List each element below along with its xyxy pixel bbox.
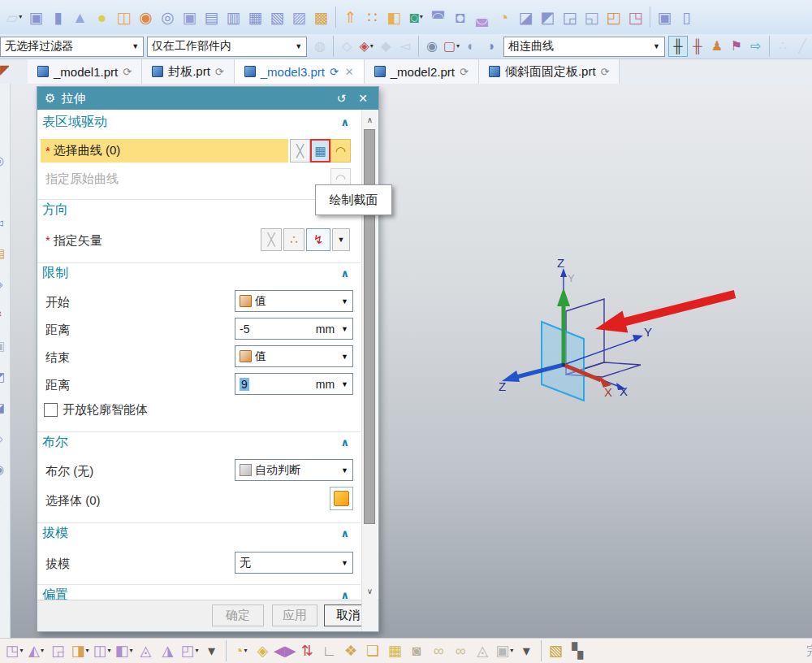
section-limits[interactable]: 限制 ∧ — [37, 262, 361, 284]
left-tool-7-icon[interactable]: ◈ — [0, 269, 10, 300]
snap-plus-icon[interactable]: ◈▾ — [356, 36, 376, 57]
snap-scatter-icon[interactable]: ∴ — [773, 36, 793, 57]
pattern-component-icon[interactable]: ▦ — [384, 639, 406, 662]
groove-icon[interactable]: ▧ — [266, 5, 288, 29]
draft-combo[interactable]: 无 ▼ — [235, 552, 353, 574]
tab-overflow-icon[interactable]: ◤ — [0, 62, 9, 81]
left-tool-12-icon[interactable]: ◇ — [0, 423, 10, 454]
chain-link1-icon[interactable]: ∞ — [428, 639, 450, 662]
left-tool-11-icon[interactable]: ◪ — [0, 392, 10, 423]
resize-blend-icon[interactable]: ◬ — [135, 639, 157, 662]
assembly-constraint-icon[interactable]: ◔▾ — [230, 639, 252, 662]
pocket-icon[interactable]: ▤ — [201, 5, 222, 29]
delete-face-icon[interactable]: ◲ — [47, 639, 69, 662]
new-sheet-icon[interactable]: ▧ — [545, 639, 567, 662]
follow-fillet-icon[interactable]: ╫ — [688, 36, 707, 57]
extrude-icon[interactable]: ◫ — [113, 5, 135, 29]
cylinder-tool-icon[interactable]: ▯ — [676, 5, 698, 29]
pattern-face-icon[interactable]: ◳▾ — [3, 639, 25, 662]
sketch-section-button[interactable]: ▦ — [310, 139, 330, 162]
reset-icon[interactable]: ↺ — [334, 92, 350, 105]
dialog-titlebar[interactable]: ⚙ 拉伸 ↺ ✕ — [37, 87, 378, 110]
left-tool-14-icon[interactable]: ● — [0, 485, 10, 516]
collapse-icon[interactable]: ∧ — [340, 436, 349, 448]
section-triangle-icon[interactable]: ◮ — [157, 639, 179, 662]
unite-body-icon[interactable]: ▣ — [654, 5, 676, 29]
left-tool-4-icon[interactable]: ◞ — [0, 176, 10, 207]
emboss-icon[interactable]: ▩ — [310, 5, 332, 29]
assembly-people-icon[interactable]: ♟ — [707, 36, 727, 57]
unite-icon[interactable]: ◘ — [449, 5, 471, 29]
perpendicular-icon[interactable]: ∟ — [318, 639, 340, 662]
curve-rule-combo[interactable]: 相连曲线 ▼ — [503, 37, 665, 57]
more2-caret-icon[interactable]: ▾ — [516, 639, 538, 662]
cylinder-icon[interactable]: ▮ — [47, 5, 69, 29]
scroll-up-icon[interactable]: ∧ — [362, 113, 378, 128]
cone-icon[interactable]: ▲ — [69, 5, 91, 29]
select-body-button[interactable] — [330, 487, 353, 510]
tab-model1[interactable]: _model1.prt ⟳ — [28, 59, 142, 84]
open-profile-checkbox[interactable]: 开放轮廓智能体 — [44, 402, 148, 418]
tab-model2[interactable]: _model2.prt ⟳ — [365, 59, 479, 84]
sphere-icon[interactable]: ● — [91, 5, 113, 29]
person-flag-icon[interactable]: ⚑ — [727, 36, 746, 57]
tab-qxmgdb[interactable]: 倾斜面固定板.prt ⟳ — [479, 59, 620, 84]
offset-region-icon[interactable]: ◭▾ — [25, 639, 47, 662]
left-tool-1-icon[interactable]: ◜ — [0, 84, 10, 115]
collapse-icon[interactable]: ∧ — [340, 267, 349, 280]
slash-icon[interactable]: ╱ — [793, 36, 812, 57]
trim-body-icon[interactable]: ◪ — [515, 5, 537, 29]
hand-cube-icon[interactable]: ❖ — [340, 639, 362, 662]
left-tool-6-icon[interactable]: ▤ — [0, 238, 10, 269]
thicken-icon[interactable]: ◛ — [471, 5, 493, 29]
wire-cube-icon[interactable]: ◑ — [481, 36, 500, 57]
move-face-icon[interactable]: ◧▾ — [113, 639, 135, 662]
collapse-icon[interactable]: ∧ — [340, 116, 349, 128]
snap-point-icon[interactable]: ◇ — [337, 36, 356, 57]
draft-icon[interactable]: ⇑ — [339, 5, 361, 29]
replace-face-icon[interactable]: ◨▾ — [69, 639, 91, 662]
shell-icon[interactable]: ◚ — [427, 5, 449, 29]
suppress-icon[interactable]: ◬ — [472, 639, 494, 662]
curve-rule-button[interactable]: ◠ — [330, 139, 351, 162]
vector-options-button[interactable]: ▼ — [332, 228, 350, 251]
pad-icon[interactable]: ▥ — [222, 5, 244, 29]
boss-icon[interactable]: ▣ — [179, 5, 201, 29]
datum-plane-icon[interactable]: ▱▾ — [3, 5, 25, 29]
promote-icon[interactable]: ❏ — [362, 639, 384, 662]
left-tool-10-icon[interactable]: ◩ — [0, 362, 10, 392]
shaded-cube-icon[interactable]: ◐ — [461, 36, 481, 57]
start-option-combo[interactable]: 值 ▼ — [235, 290, 353, 312]
move-component-icon[interactable]: ◈ — [252, 639, 274, 662]
scroll-down-icon[interactable]: ∨ — [362, 584, 378, 599]
snap-end-icon[interactable]: ◅ — [395, 36, 415, 57]
sequence-icon[interactable]: ⇅ — [296, 639, 318, 662]
delete-body-icon[interactable]: ◲ — [559, 5, 581, 29]
slot-icon[interactable]: ▦ — [244, 5, 266, 29]
vector-dialog-button[interactable]: ∴ — [283, 228, 304, 251]
boolean-combo[interactable]: 自动判断 ▼ — [235, 459, 353, 481]
left-tool-13-icon[interactable]: ◉ — [0, 454, 10, 485]
rib-icon[interactable]: ▨ — [288, 5, 310, 29]
block-icon[interactable]: ▣ — [25, 5, 47, 29]
left-tool-3-icon[interactable]: ◎ — [0, 145, 10, 176]
sew-icon[interactable]: ◳ — [624, 5, 646, 29]
wave-link-icon[interactable]: ◙ — [406, 639, 428, 662]
ok-button[interactable]: 确定 — [212, 604, 264, 626]
scope-combo[interactable]: 仅在工作部件内 ▼ — [147, 37, 307, 57]
rect-select-icon[interactable]: ▢▾ — [442, 36, 461, 57]
left-tool-8-icon[interactable]: ↟ — [0, 300, 10, 331]
revolve-icon[interactable]: ◉ — [135, 5, 157, 29]
end-distance-input[interactable]: 9 mm ▼ — [235, 373, 353, 395]
section-boolean[interactable]: 布尔 ∧ — [37, 431, 361, 453]
pattern-feature-icon[interactable]: ∷ — [361, 5, 383, 29]
tab-fengban[interactable]: 封板.prt ⟳ — [142, 59, 235, 84]
hole-icon[interactable]: ◎ — [157, 5, 179, 29]
snap-mid-icon[interactable]: ◆ — [376, 36, 395, 57]
stop-at-intersection-icon[interactable]: ╫ — [668, 36, 688, 57]
finish-flag-icon[interactable]: ▚ — [567, 639, 589, 662]
point-on-sphere-icon[interactable]: ◉ — [422, 36, 442, 57]
left-tool-9-icon[interactable]: ▣ — [0, 331, 10, 362]
sheet-icon[interactable]: ◔ — [493, 5, 515, 29]
section-table-region[interactable]: 表区域驱动 ∧ — [37, 111, 361, 132]
